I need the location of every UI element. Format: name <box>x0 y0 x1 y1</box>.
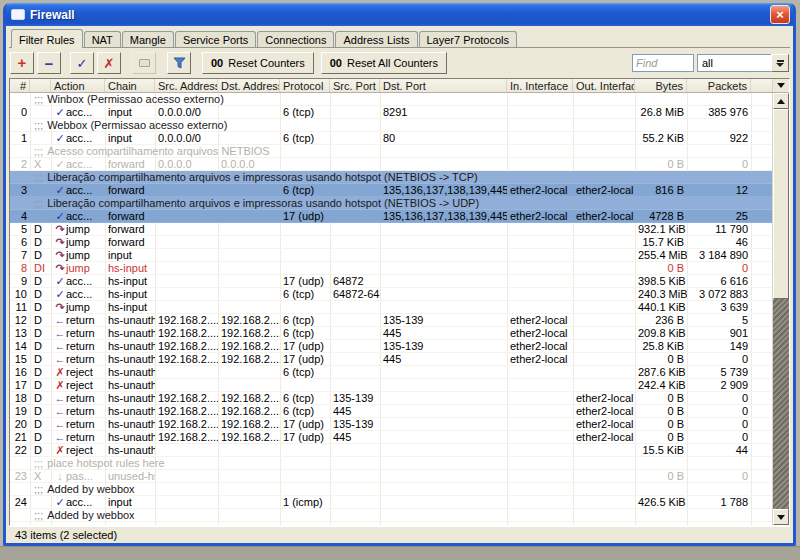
reset-all-counters-button[interactable]: 00 Reset All Counters <box>321 52 447 74</box>
table-row[interactable]: 3 ✓acc... forward 6 (tcp) 135,136,137,13… <box>10 184 772 197</box>
table-row[interactable]: 7 D ↷jump input 255.4 MiB 3 184 890 <box>10 249 772 262</box>
scroll-down-button[interactable] <box>773 509 789 525</box>
rule-protocol: 6 (tcp) <box>280 405 330 417</box>
table-row[interactable]: 21 D ←return hs-unauth-to 192.168.2.... … <box>10 431 772 444</box>
rule-flags: D <box>30 405 51 417</box>
table-row[interactable]: 6 D ↷jump forward 15.7 KiB 46 <box>10 236 772 249</box>
rule-protocol <box>280 262 330 274</box>
table-row[interactable]: 11 D ↷jump hs-input 440.1 KiB 3 639 <box>10 301 772 314</box>
header-action[interactable]: Action <box>51 79 105 92</box>
header-flags[interactable] <box>30 79 51 92</box>
comment-row[interactable]: ;;; place hotspot rules here <box>10 457 772 470</box>
header-packets[interactable]: Packets <box>687 79 751 92</box>
remove-rule-button[interactable]: − <box>37 52 61 74</box>
scrollbar-track[interactable] <box>773 299 789 509</box>
header-chain[interactable]: Chain <box>105 79 155 92</box>
table-row[interactable]: 19 D ←return hs-unauth-to 192.168.2.... … <box>10 405 772 418</box>
table-row[interactable]: 17 D ✗reject hs-unauth 242.4 KiB 2 909 <box>10 379 772 392</box>
rule-action: ✓acc... <box>51 275 105 287</box>
filter-button[interactable] <box>167 52 191 74</box>
vertical-scrollbar[interactable] <box>772 93 789 525</box>
chevron-down-icon <box>776 63 784 67</box>
add-rule-button[interactable]: + <box>10 52 34 74</box>
table-row[interactable]: 10 D ✓acc... hs-input 6 (tcp) 64872-6487… <box>10 288 772 301</box>
tab-nat[interactable]: NAT <box>84 31 121 47</box>
rule-packets: 12 <box>687 184 751 196</box>
accept-icon: ✓ <box>54 276 66 287</box>
table-row[interactable]: 15 D ←return hs-unauth 192.168.2.... 192… <box>10 353 772 366</box>
comment-row[interactable]: ;;; Added by webbox <box>10 509 772 522</box>
rule-chain: hs-unauth <box>105 353 155 365</box>
rule-number: 16 <box>10 366 30 378</box>
header-src-address[interactable]: Src. Address <box>155 79 218 92</box>
tab-service-ports[interactable]: Service Ports <box>175 31 256 47</box>
comment-row[interactable]: ;;; Added by webbox <box>10 483 772 496</box>
reject-icon: ✗ <box>54 367 66 378</box>
rule-src-address <box>155 301 218 313</box>
tab-filter-rules[interactable]: Filter Rules <box>11 29 83 48</box>
header-dst-port[interactable]: Dst. Port <box>380 79 507 92</box>
header-num[interactable]: # <box>10 79 30 92</box>
table-row[interactable]: 18 D ←return hs-unauth-to 192.168.2.... … <box>10 392 772 405</box>
header-src-port[interactable]: Src. Port <box>330 79 380 92</box>
comment-row[interactable]: ;;; Liberação compartilhamento arquivos … <box>10 197 772 210</box>
comment-row[interactable]: ;;; Winbox (Permissao acesso externo) <box>10 93 772 106</box>
find-input[interactable] <box>632 54 694 72</box>
table-row[interactable]: 9 D ✓acc... hs-input 17 (udp) 64872 398.… <box>10 275 772 288</box>
table-row[interactable]: 24 ✓acc... input 1 (icmp) 426.5 KiB 1 78… <box>10 496 772 509</box>
tab-connections[interactable]: Connections <box>257 31 334 47</box>
rule-action: ✓acc... <box>51 132 105 144</box>
reset-counters-button[interactable]: 00 Reset Counters <box>202 52 314 74</box>
comment-button[interactable] <box>132 52 156 74</box>
rule-action: ←return <box>51 405 105 417</box>
rule-dst-address: 192.168.2.... <box>218 327 280 339</box>
disable-rule-button[interactable]: ✗ <box>97 52 121 74</box>
titlebar[interactable]: Firewall × <box>6 3 793 26</box>
rule-action: ←return <box>51 418 105 430</box>
dropdown-button[interactable] <box>771 54 789 72</box>
table-row[interactable]: 14 D ←return hs-unauth 192.168.2.... 192… <box>10 340 772 353</box>
column-menu-button[interactable] <box>772 79 789 92</box>
comment-row[interactable]: ;;; Liberação compartilhamento arquivos … <box>10 171 772 184</box>
header-in-interface[interactable]: In. Interface <box>507 79 573 92</box>
rule-protocol <box>280 249 330 261</box>
rule-action: ✓acc... <box>51 184 105 196</box>
accept-icon: ✓ <box>54 289 66 300</box>
comment-row[interactable]: ;;; Webbox (Permissao acesso externo) <box>10 119 772 132</box>
table-row[interactable]: 1 ✓acc... input 0.0.0.0/0 6 (tcp) 80 55.… <box>10 132 772 145</box>
table-row[interactable]: 0 ✓acc... input 0.0.0.0/0 6 (tcp) 8291 2… <box>10 106 772 119</box>
table-row[interactable]: 23 X ↓pas... unused-hs... 0 B 0 <box>10 470 772 483</box>
table-row[interactable]: 2 X ✓acc... forward 0.0.0.0 0.0.0.0 0 B … <box>10 158 772 171</box>
tab-layer7-protocols[interactable]: Layer7 Protocols <box>419 31 518 47</box>
rule-src-port <box>330 236 380 248</box>
table-row[interactable]: 4 ✓acc... forward 17 (udp) 135,136,137,1… <box>10 210 772 223</box>
header-dst-address[interactable]: Dst. Address <box>218 79 280 92</box>
rule-protocol: 6 (tcp) <box>280 366 330 378</box>
tab-mangle[interactable]: Mangle <box>122 31 174 47</box>
header-out-interface[interactable]: Out. Interface <box>573 79 635 92</box>
rule-action: ←return <box>51 392 105 404</box>
table-row[interactable]: 22 D ✗reject hs-unauth-to 15.5 KiB 44 <box>10 444 772 457</box>
comment-row[interactable]: ;;; Acesso compartilhamento arquivos NET… <box>10 145 772 158</box>
rule-dst-address: 192.168.2.... <box>218 431 280 443</box>
enable-rule-button[interactable]: ✓ <box>70 52 94 74</box>
tab-address-lists[interactable]: Address Lists <box>335 31 417 47</box>
rule-src-port <box>330 132 380 144</box>
filter-scope-dropdown[interactable]: all <box>697 54 789 72</box>
scroll-up-button[interactable] <box>773 93 789 109</box>
rule-packets: 0 <box>687 431 751 443</box>
table-row[interactable]: 20 D ←return hs-unauth-to 192.168.2.... … <box>10 418 772 431</box>
scrollbar-thumb[interactable] <box>773 109 789 299</box>
rule-src-address <box>155 444 218 456</box>
header-protocol[interactable]: Protocol <box>280 79 330 92</box>
table-row[interactable]: 5 D ↷jump forward 932.1 KiB 11 790 <box>10 223 772 236</box>
header-bytes[interactable]: Bytes <box>635 79 687 92</box>
table-row[interactable]: 12 D ←return hs-unauth 192.168.2.... 192… <box>10 314 772 327</box>
table-row[interactable]: 13 D ←return hs-unauth 192.168.2.... 192… <box>10 327 772 340</box>
close-button[interactable]: × <box>770 5 790 24</box>
comment-icon <box>139 59 150 67</box>
table-row[interactable]: 8 DI ↷jump hs-input 0 B 0 <box>10 262 772 275</box>
rule-number: 19 <box>10 405 30 417</box>
rule-chain: forward <box>105 184 155 196</box>
table-row[interactable]: 16 D ✗reject hs-unauth 6 (tcp) 287.6 KiB… <box>10 366 772 379</box>
